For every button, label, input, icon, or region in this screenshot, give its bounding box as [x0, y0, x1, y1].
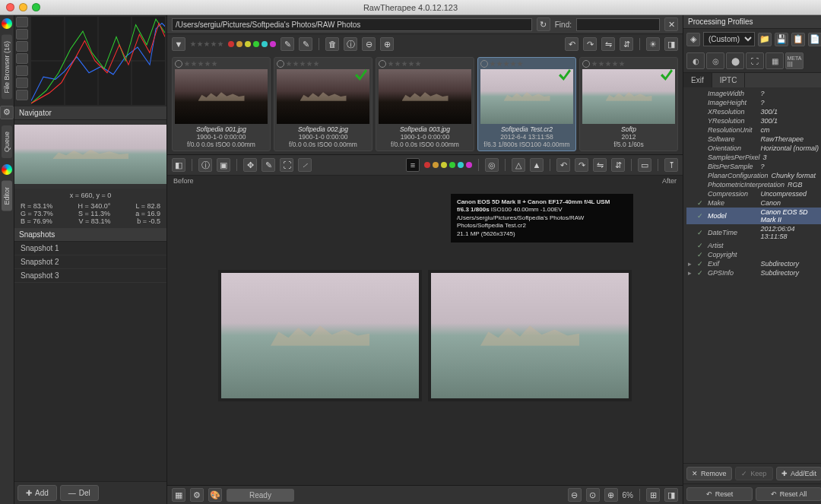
profile-load-icon[interactable]: 📁 — [758, 33, 772, 46]
exif-row[interactable]: PhotometricInterpretation RGB — [686, 180, 821, 189]
rotate-left-icon[interactable]: ↶ — [565, 37, 579, 51]
exif-row[interactable]: Compression Uncompressed — [686, 189, 821, 198]
exif-row[interactable]: BitsPerSample ? — [686, 162, 821, 171]
detail-window-icon[interactable]: ▦ — [172, 488, 185, 502]
unedited-filter-icon[interactable]: ✎ — [299, 37, 312, 51]
auto-exposure-icon[interactable]: ☀ — [646, 37, 660, 51]
hist-green-toggle[interactable] — [16, 29, 28, 40]
color-dot[interactable] — [441, 162, 447, 168]
exif-row[interactable]: ResolutionUnit cm — [686, 125, 821, 135]
exif-row[interactable]: ✓ DateTime 2012:06:04 13:11:58 — [686, 224, 821, 241]
thumb-gear-icon[interactable] — [582, 60, 590, 68]
thumbnail-card[interactable]: Softpedia 003.jpg 1900-1-0 0:00:00 f/0.0… — [376, 57, 474, 151]
zoom-in-icon[interactable]: ⊕ — [380, 37, 394, 51]
exposure-tab-icon[interactable]: ◐ — [686, 52, 705, 69]
rotate-right-icon[interactable]: ↷ — [575, 158, 588, 172]
exif-row[interactable]: ✓ Make Canon — [686, 198, 821, 208]
find-clear-icon[interactable]: ✕ — [664, 17, 678, 31]
color-dot[interactable] — [449, 162, 455, 168]
tab-editor[interactable]: Editor — [2, 181, 12, 211]
info-overlay-icon[interactable]: ⓘ — [198, 158, 212, 172]
exif-tab[interactable]: Exif — [683, 73, 712, 87]
color-dot[interactable] — [253, 41, 259, 47]
color-dot[interactable] — [424, 162, 430, 168]
zoom-out-icon[interactable]: ⊖ — [362, 37, 376, 51]
profile-paste-icon[interactable]: 📄 — [808, 33, 821, 46]
snapshot-item[interactable]: Snapshot 1 — [14, 242, 166, 255]
exif-row[interactable]: SamplesPerPixel 3 — [686, 153, 821, 162]
hist-chroma-toggle[interactable] — [16, 65, 28, 76]
thumb-gear-icon[interactable] — [277, 60, 284, 68]
color-dot[interactable] — [270, 41, 276, 47]
exif-row[interactable]: PlanarConfiguration Chunky format — [686, 171, 821, 180]
before-preview[interactable] — [218, 270, 422, 401]
detail-tab-icon[interactable]: ◎ — [706, 52, 724, 69]
vflip-icon[interactable]: ⇵ — [620, 37, 633, 51]
rotate-right-icon[interactable]: ↷ — [583, 37, 597, 51]
exif-keep-button[interactable]: ✓ Keep — [735, 467, 773, 480]
after-preview[interactable] — [428, 270, 632, 401]
path-input[interactable] — [172, 18, 532, 31]
before-after-icon[interactable]: ▣ — [217, 158, 230, 172]
hand-tool-icon[interactable]: ✥ — [243, 158, 257, 172]
save-icon[interactable]: ⤒ — [664, 158, 678, 172]
zoom-out-icon[interactable]: ⊖ — [568, 488, 582, 502]
zoom-in-icon[interactable]: ⊕ — [604, 488, 618, 502]
hflip-icon[interactable]: ⇋ — [593, 158, 607, 172]
thumbnail-card[interactable]: Softpedia 001.jpg 1900-1-0 0:00:00 f/0.0… — [172, 57, 271, 151]
zoom-fit-icon[interactable]: ⊙ — [586, 488, 600, 502]
exif-resetall-button[interactable]: ↶ Reset All — [756, 487, 821, 501]
rotate-left-icon[interactable]: ↶ — [556, 158, 570, 172]
profile-save-icon[interactable]: 💾 — [775, 33, 788, 46]
thumbnail-card[interactable]: Softpedia 002.jpg 1900-1-0 0:00:00 f/0.0… — [274, 57, 372, 151]
color-dot[interactable] — [458, 162, 464, 168]
exif-row[interactable]: ▸ ✓ GPSInfo Subdirectory — [686, 268, 821, 277]
exif-row[interactable]: Software RawTherapee — [686, 135, 821, 144]
meta-tab-icon[interactable]: META|||| — [785, 52, 804, 69]
color-dot[interactable] — [228, 41, 234, 47]
bundle-mode-icon[interactable]: ◈ — [686, 33, 700, 46]
exif-row[interactable]: XResolution 300/1 — [686, 107, 821, 116]
external-editor-icon[interactable]: 🎨 — [208, 488, 222, 502]
queue-send-icon[interactable]: ⚙ — [190, 488, 204, 502]
color-dot[interactable] — [262, 41, 268, 47]
exif-row[interactable]: ✓ Model Canon EOS 5D Mark II — [686, 208, 821, 224]
crop-tool-icon[interactable]: ⛶ — [280, 158, 293, 172]
color-label-filter[interactable] — [228, 41, 276, 47]
focus-mask-icon[interactable]: ◎ — [485, 158, 499, 172]
shadow-clip-icon[interactable]: ▲ — [530, 158, 544, 172]
snapshot-del-button[interactable]: — Del — [60, 485, 99, 501]
queue-gear-icon[interactable]: ⚙ — [0, 106, 14, 119]
edited-filter-icon[interactable]: ✎ — [281, 37, 294, 51]
exif-row[interactable]: ImageHeight ? — [686, 98, 821, 107]
exif-remove-button[interactable]: ✕ Remove — [686, 467, 732, 480]
path-refresh-icon[interactable]: ↻ — [537, 17, 550, 31]
hist-luma-toggle[interactable] — [16, 53, 28, 64]
hflip-icon[interactable]: ⇋ — [601, 37, 615, 51]
profile-copy-icon[interactable]: 📋 — [791, 33, 805, 46]
hist-blue-toggle[interactable] — [16, 41, 28, 52]
thumbnail-card[interactable]: Softp 2012 f/5.0 1/60s — [579, 57, 678, 151]
exif-addedit-button[interactable]: ✚ Add/Edit — [776, 467, 821, 480]
bg-black-icon[interactable]: ≡ — [406, 158, 420, 172]
raw-tab-icon[interactable]: ▦ — [766, 52, 784, 69]
transform-tab-icon[interactable]: ⛶ — [746, 52, 764, 69]
info-icon[interactable]: ⓘ — [344, 37, 357, 51]
panel-toggle-icon[interactable]: ◨ — [664, 37, 678, 51]
rating-filter[interactable] — [190, 41, 223, 47]
iptc-tab[interactable]: IPTC — [712, 73, 746, 87]
exif-row[interactable]: ✓ Artist — [686, 241, 821, 250]
thumb-gear-icon[interactable] — [480, 60, 488, 68]
exif-row[interactable]: ImageWidth ? — [686, 89, 821, 98]
thumb-gear-icon[interactable] — [379, 60, 386, 68]
tab-queue[interactable]: Queue — [2, 125, 12, 158]
exif-row[interactable]: Orientation Horizontal (normal) — [686, 144, 821, 153]
vflip-icon[interactable]: ⇵ — [611, 158, 625, 172]
exif-row[interactable]: YResolution 300/1 — [686, 116, 821, 125]
hist-raw-toggle[interactable] — [16, 78, 28, 88]
exif-row[interactable]: ✓ Copyright — [686, 250, 821, 259]
hist-red-toggle[interactable] — [16, 17, 28, 27]
color-dot[interactable] — [466, 162, 472, 168]
color-tab-icon[interactable]: ⬤ — [726, 52, 744, 69]
find-input[interactable] — [576, 18, 660, 31]
